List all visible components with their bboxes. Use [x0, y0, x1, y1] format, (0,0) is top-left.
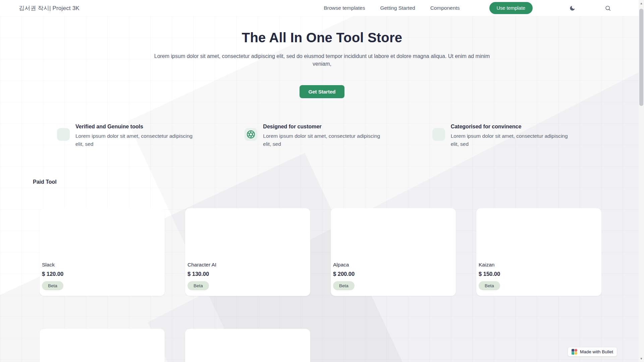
use-template-button[interactable]: Use template	[489, 2, 533, 14]
status-badge: Beta	[187, 281, 209, 290]
product-price: $ 200.00	[333, 271, 452, 277]
moon-icon	[569, 5, 576, 11]
product-image-placeholder	[476, 208, 601, 262]
made-with-bullet-badge[interactable]: Made with Bullet	[568, 347, 617, 357]
scrollbar-down-arrow[interactable]: ▼	[639, 356, 644, 361]
blank-icon	[432, 128, 445, 141]
status-badge: Beta	[479, 281, 500, 290]
feature-title: Designed for customer	[263, 124, 386, 130]
product-card-kaizan[interactable]: Kaizan $ 150.00 Beta	[476, 208, 601, 296]
product-info: Character AI $ 130.00 Beta	[185, 262, 310, 290]
features-row: Verified and Genuine tools Lorem ipsum d…	[0, 124, 644, 148]
feature-categorised: Categorised for convinence Lorem ipsum d…	[432, 124, 597, 148]
bullet-logo-icon	[572, 349, 577, 355]
feature-title: Categorised for convinence	[451, 124, 574, 130]
nav-components[interactable]: Components	[430, 5, 460, 11]
product-image-placeholder	[40, 208, 165, 262]
product-name: Alpaca	[333, 262, 452, 268]
product-price: $ 120.00	[42, 271, 161, 277]
product-info: Kaizan $ 150.00 Beta	[476, 262, 601, 290]
product-price: $ 150.00	[479, 271, 598, 277]
nav-getting-started[interactable]: Getting Started	[380, 5, 415, 11]
product-image-placeholder	[331, 208, 456, 262]
nav-links: Browse templates Getting Started Compone…	[324, 2, 612, 14]
feature-description: Lorem ipsum dolor sit amet, consectetur …	[263, 132, 386, 148]
get-started-button[interactable]: Get Started	[300, 85, 345, 98]
product-image-placeholder	[185, 208, 310, 262]
product-cards-row-partial	[0, 329, 644, 362]
blank-icon	[57, 128, 70, 141]
product-card-character-ai[interactable]: Character AI $ 130.00 Beta	[185, 208, 310, 296]
dark-mode-toggle[interactable]	[569, 4, 576, 12]
feature-description: Lorem ipsum dolor sit amet, consectetur …	[75, 132, 199, 148]
feature-title: Verified and Genuine tools	[75, 124, 199, 130]
product-info: Slack $ 120.00 Beta	[40, 262, 165, 290]
feature-description: Lorem ipsum dolor sit amet, consectetur …	[451, 132, 574, 148]
product-card-partial[interactable]	[185, 329, 310, 362]
product-info: Alpaca $ 200.00 Beta	[331, 262, 456, 290]
status-badge: Beta	[333, 281, 355, 290]
vertical-scrollbar[interactable]: ▲ ▼	[639, 0, 644, 362]
top-navigation-bar: 김서권 작시| Project 3K Browse templates Gett…	[0, 0, 644, 16]
product-card-alpaca[interactable]: Alpaca $ 200.00 Beta	[331, 208, 456, 296]
search-button[interactable]	[604, 4, 612, 12]
feature-designed-for-customer: Designed for customer Lorem ipsum dolor …	[245, 124, 409, 148]
product-name: Character AI	[187, 262, 307, 268]
page-title: The All In One Tool Store	[0, 30, 644, 45]
feature-verified-tools: Verified and Genuine tools Lorem ipsum d…	[57, 124, 222, 148]
site-logo: 김서권 작시| Project 3K	[19, 4, 79, 12]
product-cards-row: Slack $ 120.00 Beta Character AI $ 130.0…	[0, 208, 644, 296]
aperture-icon	[245, 128, 257, 141]
search-icon	[605, 5, 611, 11]
nav-browse-templates[interactable]: Browse templates	[324, 5, 365, 11]
product-card-slack[interactable]: Slack $ 120.00 Beta	[40, 208, 165, 296]
made-with-bullet-label: Made with Bullet	[580, 349, 613, 354]
product-name: Kaizan	[479, 262, 598, 268]
paid-tool-heading: Paid Tool	[33, 179, 644, 185]
product-name: Slack	[42, 262, 161, 268]
product-card-partial[interactable]	[40, 329, 165, 362]
status-badge: Beta	[42, 281, 63, 290]
hero-subtitle: Lorem ipsum dolor sit amet, consectetur …	[153, 53, 491, 68]
scrollbar-up-arrow[interactable]: ▲	[639, 1, 644, 6]
hero-section: The All In One Tool Store Lorem ipsum do…	[0, 30, 644, 98]
scrollbar-thumb[interactable]	[639, 9, 643, 106]
product-price: $ 130.00	[187, 271, 307, 277]
